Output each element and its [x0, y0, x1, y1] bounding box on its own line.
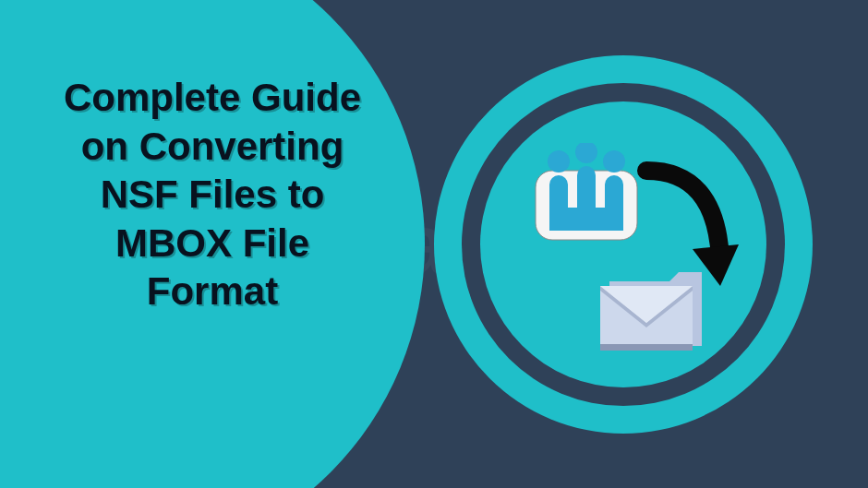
mbox-folder-icon — [596, 263, 706, 355]
right-ring-container — [434, 55, 813, 434]
svg-rect-8 — [549, 208, 623, 231]
svg-rect-9 — [600, 344, 693, 351]
right-ring-fill — [480, 101, 766, 387]
main-heading: Complete Guide on Converting NSF Files t… — [60, 74, 365, 316]
svg-point-1 — [548, 150, 570, 173]
svg-point-2 — [575, 143, 597, 163]
right-ring-border — [462, 83, 785, 406]
lotus-notes-icon — [531, 143, 642, 244]
conversion-icon-group — [494, 115, 753, 374]
svg-point-3 — [603, 150, 625, 173]
